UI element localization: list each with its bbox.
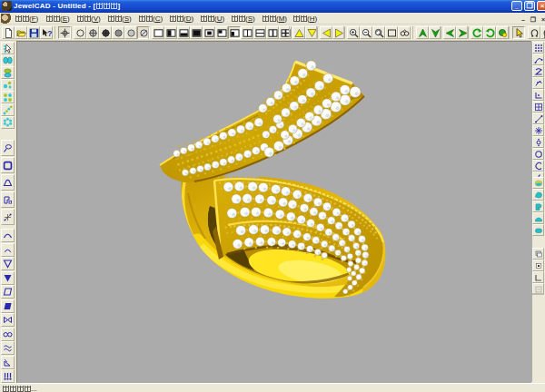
svg-text:?: ?: [47, 29, 52, 38]
